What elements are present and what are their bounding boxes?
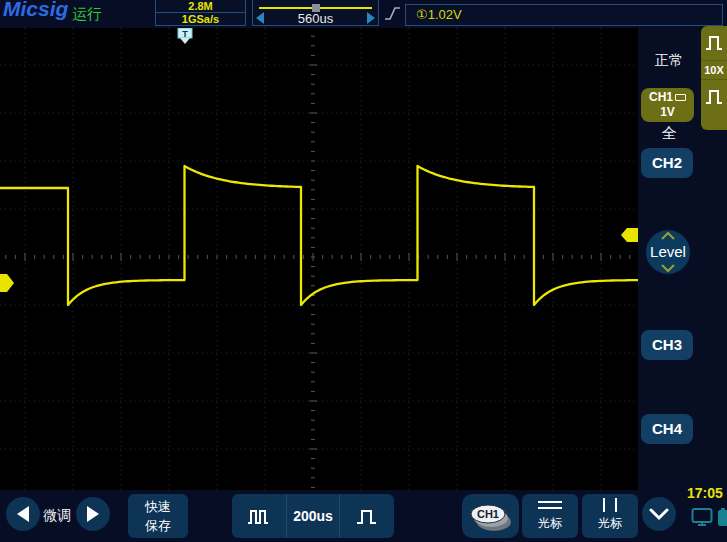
battery-icon bbox=[717, 507, 727, 527]
chevron-up-icon bbox=[660, 232, 676, 240]
pulse-icon bbox=[704, 87, 724, 107]
probe-attenuation[interactable]: 10X bbox=[701, 60, 727, 80]
quick-save-line1: 快速 bbox=[128, 497, 188, 516]
time-window-value: 560us bbox=[253, 10, 378, 26]
timebase-control: 200us bbox=[232, 494, 394, 538]
cursor-h-label: 光标 bbox=[522, 516, 578, 530]
trigger-slope-icon[interactable] bbox=[384, 5, 402, 27]
chevron-down-icon bbox=[660, 264, 676, 272]
triangle-left-icon bbox=[17, 506, 29, 522]
active-channel-badge[interactable]: CH1 bbox=[462, 494, 519, 538]
system-status-icons bbox=[691, 507, 727, 527]
ch1-scale: 1V bbox=[641, 105, 694, 120]
fine-adjust-right-button[interactable] bbox=[76, 497, 110, 531]
waveform-display[interactable]: T bbox=[0, 28, 638, 490]
timebase-value[interactable]: 200us bbox=[286, 494, 340, 538]
ch1-label: CH1 bbox=[649, 90, 673, 104]
ch4-button[interactable]: CH4 bbox=[641, 414, 693, 444]
pulse-width-bottom-button[interactable] bbox=[701, 80, 727, 114]
run-status[interactable]: 运行 bbox=[72, 5, 102, 24]
ch3-button[interactable]: CH3 bbox=[641, 330, 693, 360]
timebase-zoom-out-button[interactable] bbox=[232, 494, 286, 538]
fine-adjust-label: 微调 bbox=[40, 507, 74, 525]
brand-logo: Micsig bbox=[3, 0, 68, 21]
trigger-level-knob[interactable]: Level bbox=[646, 230, 690, 274]
single-pulse-icon bbox=[355, 505, 379, 527]
waveform-plot: T bbox=[0, 28, 638, 490]
oscilloscope-app: Micsig 运行 2.8M 1GSa/s 560us ①1.02V T 正常 … bbox=[0, 0, 727, 542]
svg-text:T: T bbox=[182, 29, 188, 39]
pulse-width-top-button[interactable] bbox=[701, 26, 727, 60]
svg-text:CH1: CH1 bbox=[476, 508, 498, 520]
record-position-slider[interactable] bbox=[259, 7, 372, 9]
top-status-bar: Micsig 运行 2.8M 1GSa/s 560us ①1.02V bbox=[0, 0, 727, 28]
fine-adjust-left-button[interactable] bbox=[6, 497, 40, 531]
ch1-button[interactable]: CH1 1V bbox=[641, 88, 694, 122]
vertical-cursor-button[interactable]: 光标 bbox=[582, 494, 638, 538]
acquisition-info-box[interactable]: 2.8M 1GSa/s bbox=[155, 0, 246, 26]
trigger-level-readout: ①1.02V bbox=[416, 7, 462, 22]
display-icon bbox=[691, 507, 713, 527]
trigger-info-box[interactable]: ①1.02V bbox=[405, 4, 723, 26]
stacked-channel-icon: CH1 bbox=[466, 498, 516, 534]
double-pulse-icon bbox=[247, 505, 271, 527]
ch2-button[interactable]: CH2 bbox=[641, 148, 693, 178]
memory-depth: 2.8M bbox=[156, 0, 245, 12]
cursor-v-label: 光标 bbox=[582, 516, 638, 530]
probe-side-panel: 10X bbox=[701, 26, 727, 130]
trigger-mode-label[interactable]: 正常 bbox=[650, 52, 688, 70]
horizontal-cursor-button[interactable]: 光标 bbox=[522, 494, 578, 538]
pulse-icon bbox=[704, 33, 724, 53]
horizontal-cursor-icon bbox=[538, 497, 562, 513]
collapse-menu-button[interactable] bbox=[642, 497, 676, 531]
chevron-down-icon bbox=[648, 507, 670, 521]
quick-save-line2: 保存 bbox=[128, 516, 188, 535]
ch1-coupling-icon bbox=[675, 94, 686, 101]
timebase-zoom-in-button[interactable] bbox=[340, 494, 394, 538]
ch1-bandwidth-label[interactable]: 全 bbox=[650, 124, 688, 143]
sample-rate: 1GSa/s bbox=[156, 12, 245, 26]
triangle-right-icon bbox=[87, 506, 99, 522]
quick-save-button[interactable]: 快速 保存 bbox=[128, 494, 188, 538]
level-label: Level bbox=[650, 243, 686, 260]
time-window-box[interactable]: 560us bbox=[252, 0, 379, 26]
clock: 17:05 bbox=[687, 485, 723, 501]
vertical-cursor-icon bbox=[603, 498, 617, 512]
